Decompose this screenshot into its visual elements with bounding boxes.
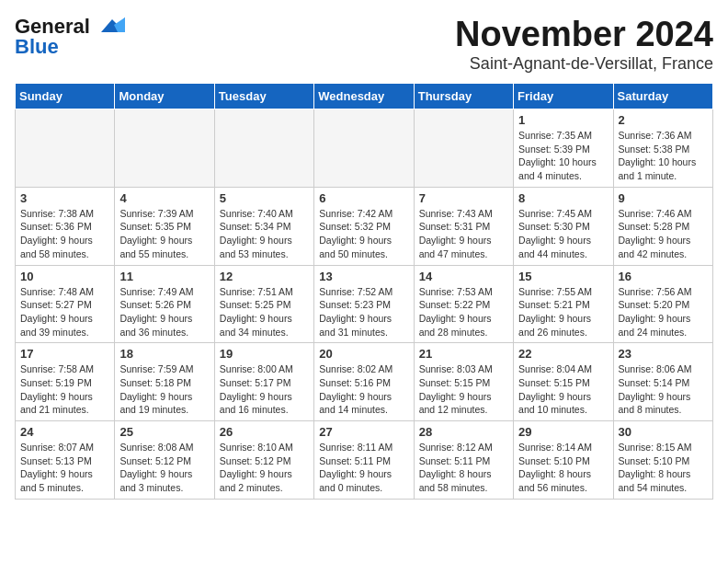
weekday-header-monday: Monday [115, 84, 214, 109]
day-detail: Sunrise: 8:15 AMSunset: 5:10 PMDaylight:… [619, 441, 708, 495]
header: General Blue November 2024 Saint-Agnant-… [15, 15, 713, 74]
calendar-cell: 4Sunrise: 7:39 AMSunset: 5:35 PMDaylight… [115, 187, 214, 265]
logo: General Blue [15, 15, 125, 59]
calendar-cell: 18Sunrise: 7:59 AMSunset: 5:18 PMDayligh… [115, 343, 214, 421]
calendar-cell: 7Sunrise: 7:43 AMSunset: 5:31 PMDaylight… [414, 187, 513, 265]
calendar-week-3: 10Sunrise: 7:48 AMSunset: 5:27 PMDayligh… [16, 265, 713, 343]
day-detail: Sunrise: 7:39 AMSunset: 5:35 PMDaylight:… [119, 207, 209, 261]
day-detail: Sunrise: 8:04 AMSunset: 5:15 PMDaylight:… [518, 362, 608, 417]
calendar-cell: 30Sunrise: 8:15 AMSunset: 5:10 PMDayligh… [613, 421, 712, 500]
day-detail: Sunrise: 7:56 AMSunset: 5:20 PMDaylight:… [619, 285, 708, 339]
day-number: 22 [518, 347, 608, 361]
calendar-cell: 24Sunrise: 8:07 AMSunset: 5:13 PMDayligh… [16, 421, 115, 500]
calendar-cell: 29Sunrise: 8:14 AMSunset: 5:10 PMDayligh… [514, 421, 613, 500]
day-detail: Sunrise: 7:43 AMSunset: 5:31 PMDaylight:… [419, 207, 508, 261]
day-number: 3 [20, 191, 109, 205]
day-number: 16 [619, 270, 708, 283]
calendar-cell: 3Sunrise: 7:38 AMSunset: 5:36 PMDaylight… [16, 187, 115, 265]
calendar-cell [214, 109, 313, 188]
calendar-cell: 13Sunrise: 7:52 AMSunset: 5:23 PMDayligh… [314, 265, 414, 343]
day-detail: Sunrise: 7:42 AMSunset: 5:32 PMDaylight:… [319, 207, 408, 261]
calendar-cell [314, 109, 414, 188]
calendar-week-1: 1Sunrise: 7:35 AMSunset: 5:39 PMDaylight… [16, 109, 713, 188]
day-number: 8 [518, 191, 608, 205]
weekday-header-saturday: Saturday [613, 84, 712, 109]
calendar-cell: 1Sunrise: 7:35 AMSunset: 5:39 PMDaylight… [514, 109, 613, 188]
day-number: 30 [619, 425, 708, 439]
month-title: November 2024 [455, 15, 713, 54]
day-number: 9 [619, 191, 708, 205]
day-detail: Sunrise: 7:51 AMSunset: 5:25 PMDaylight:… [220, 285, 309, 339]
day-detail: Sunrise: 8:11 AMSunset: 5:11 PMDaylight:… [319, 441, 408, 495]
calendar-cell: 26Sunrise: 8:10 AMSunset: 5:12 PMDayligh… [214, 421, 313, 500]
day-number: 5 [220, 191, 309, 205]
day-detail: Sunrise: 7:48 AMSunset: 5:27 PMDaylight:… [20, 285, 109, 339]
calendar-week-4: 17Sunrise: 7:58 AMSunset: 5:19 PMDayligh… [16, 343, 713, 421]
day-number: 26 [220, 425, 309, 439]
day-number: 7 [419, 191, 508, 205]
day-number: 11 [119, 270, 209, 283]
day-detail: Sunrise: 7:55 AMSunset: 5:21 PMDaylight:… [518, 285, 608, 339]
day-number: 2 [619, 113, 708, 127]
calendar-cell: 28Sunrise: 8:12 AMSunset: 5:11 PMDayligh… [414, 421, 513, 500]
day-detail: Sunrise: 7:40 AMSunset: 5:34 PMDaylight:… [220, 207, 309, 261]
calendar-cell: 8Sunrise: 7:45 AMSunset: 5:30 PMDaylight… [514, 187, 613, 265]
day-detail: Sunrise: 8:07 AMSunset: 5:13 PMDaylight:… [20, 441, 109, 495]
day-number: 6 [319, 191, 408, 205]
calendar-table: SundayMondayTuesdayWednesdayThursdayFrid… [15, 83, 713, 500]
day-detail: Sunrise: 7:58 AMSunset: 5:19 PMDaylight:… [20, 362, 109, 417]
day-number: 25 [119, 425, 209, 439]
weekday-header-thursday: Thursday [414, 84, 513, 109]
day-detail: Sunrise: 8:02 AMSunset: 5:16 PMDaylight:… [319, 362, 408, 417]
weekday-header-sunday: Sunday [16, 84, 115, 109]
calendar-cell: 14Sunrise: 7:53 AMSunset: 5:22 PMDayligh… [414, 265, 513, 343]
day-number: 15 [518, 270, 608, 283]
calendar-week-5: 24Sunrise: 8:07 AMSunset: 5:13 PMDayligh… [16, 421, 713, 500]
calendar-cell [16, 109, 115, 188]
day-number: 20 [319, 347, 408, 361]
calendar-cell: 12Sunrise: 7:51 AMSunset: 5:25 PMDayligh… [214, 265, 313, 343]
day-detail: Sunrise: 7:49 AMSunset: 5:26 PMDaylight:… [119, 285, 209, 339]
calendar-cell: 2Sunrise: 7:36 AMSunset: 5:38 PMDaylight… [613, 109, 712, 188]
day-detail: Sunrise: 8:14 AMSunset: 5:10 PMDaylight:… [518, 441, 608, 495]
day-number: 12 [220, 270, 309, 283]
day-number: 1 [518, 113, 608, 127]
calendar-cell: 20Sunrise: 8:02 AMSunset: 5:16 PMDayligh… [314, 343, 414, 421]
calendar-cell: 25Sunrise: 8:08 AMSunset: 5:12 PMDayligh… [115, 421, 214, 500]
day-number: 27 [319, 425, 408, 439]
calendar-cell [414, 109, 513, 188]
day-number: 4 [119, 191, 209, 205]
weekday-header-wednesday: Wednesday [314, 84, 414, 109]
calendar-cell: 23Sunrise: 8:06 AMSunset: 5:14 PMDayligh… [613, 343, 712, 421]
calendar-cell: 11Sunrise: 7:49 AMSunset: 5:26 PMDayligh… [115, 265, 214, 343]
day-number: 18 [119, 347, 209, 361]
day-number: 17 [20, 347, 109, 361]
day-number: 28 [419, 425, 508, 439]
calendar-cell [115, 109, 214, 188]
location-title: Saint-Agnant-de-Versillat, France [455, 54, 713, 74]
day-number: 13 [319, 270, 408, 283]
day-number: 24 [20, 425, 109, 439]
weekday-header-tuesday: Tuesday [214, 84, 313, 109]
title-area: November 2024 Saint-Agnant-de-Versillat,… [455, 15, 713, 74]
day-number: 21 [419, 347, 508, 361]
day-detail: Sunrise: 8:00 AMSunset: 5:17 PMDaylight:… [220, 362, 309, 417]
calendar-header-row: SundayMondayTuesdayWednesdayThursdayFrid… [16, 84, 713, 109]
day-detail: Sunrise: 8:03 AMSunset: 5:15 PMDaylight:… [419, 362, 508, 417]
day-number: 29 [518, 425, 608, 439]
day-number: 19 [220, 347, 309, 361]
weekday-header-friday: Friday [514, 84, 613, 109]
logo-blue: Blue [15, 35, 59, 59]
day-detail: Sunrise: 7:35 AMSunset: 5:39 PMDaylight:… [518, 129, 608, 183]
day-number: 14 [419, 270, 508, 283]
day-detail: Sunrise: 8:12 AMSunset: 5:11 PMDaylight:… [419, 441, 508, 495]
day-detail: Sunrise: 7:59 AMSunset: 5:18 PMDaylight:… [119, 362, 209, 417]
calendar-cell: 10Sunrise: 7:48 AMSunset: 5:27 PMDayligh… [16, 265, 115, 343]
calendar-cell: 16Sunrise: 7:56 AMSunset: 5:20 PMDayligh… [613, 265, 712, 343]
calendar-cell: 6Sunrise: 7:42 AMSunset: 5:32 PMDaylight… [314, 187, 414, 265]
day-detail: Sunrise: 7:38 AMSunset: 5:36 PMDaylight:… [20, 207, 109, 261]
day-detail: Sunrise: 7:52 AMSunset: 5:23 PMDaylight:… [319, 285, 408, 339]
calendar-cell: 22Sunrise: 8:04 AMSunset: 5:15 PMDayligh… [514, 343, 613, 421]
calendar-cell: 19Sunrise: 8:00 AMSunset: 5:17 PMDayligh… [214, 343, 313, 421]
day-detail: Sunrise: 7:36 AMSunset: 5:38 PMDaylight:… [619, 129, 708, 183]
